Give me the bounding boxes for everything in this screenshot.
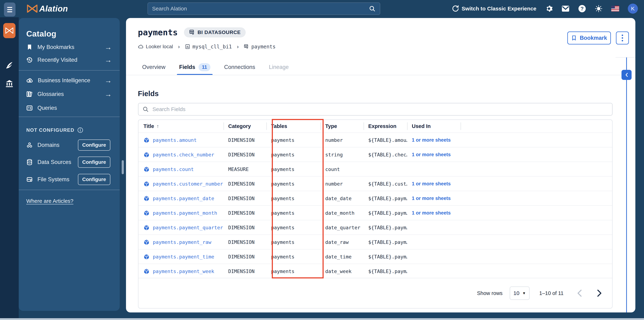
collapse-panel-button[interactable] (622, 70, 632, 80)
field-category-cell: DIMENSION (224, 148, 266, 162)
field-used-in-cell (407, 162, 460, 176)
field-type-cell: date_date (320, 191, 364, 206)
used-in-link[interactable]: 1 or more sheets (412, 196, 451, 201)
language-flag-icon[interactable] (611, 5, 619, 12)
sidebar-scrollbar-thumb[interactable] (122, 160, 124, 174)
field-title-cell: payments.payment_month (138, 206, 224, 220)
breadcrumb-item-looker-local[interactable]: Looker local (138, 44, 173, 50)
used-in-link[interactable]: 1 or more sheets (412, 137, 451, 143)
sidebar-heading: Catalog (26, 29, 56, 38)
domains-icon (26, 142, 33, 148)
breadcrumb-item-mysql-cll-bi1[interactable]: mysql_cll_bi1 (185, 44, 232, 50)
column-header-spacer (460, 120, 612, 132)
alation-logo[interactable]: Alation (27, 0, 68, 17)
arrow-right-icon: → (104, 90, 112, 98)
column-header-expression[interactable]: Expression (364, 120, 407, 132)
field-expression-cell: ${TABLE}.cust… (364, 176, 407, 191)
configure-domains-button[interactable]: Configure (78, 140, 110, 151)
search-icon[interactable] (369, 5, 376, 12)
rail-compose-button[interactable] (3, 60, 16, 72)
used-in-link[interactable]: 1 or more sheets (412, 210, 451, 216)
column-header-title[interactable]: Title ↑ (138, 120, 224, 132)
alation-wordmark: Alation (39, 4, 68, 14)
rail-governance-button[interactable] (3, 78, 16, 90)
sidebar-item-business-intelligence[interactable]: Business Intelligence → (19, 74, 120, 87)
field-category-cell: DIMENSION (224, 220, 266, 235)
field-title-link[interactable]: payments.count (153, 166, 194, 172)
info-icon[interactable] (77, 127, 83, 133)
mail-icon[interactable] (562, 5, 570, 12)
fields-search-input[interactable] (152, 106, 608, 112)
switch-to-classic-button[interactable]: Switch to Classic Experience (452, 5, 536, 12)
field-type-cell: date_time (320, 250, 364, 264)
fields-count-badge: 11 (198, 63, 210, 71)
field-expression-cell (364, 162, 407, 176)
field-title-cell: payments.check_number (138, 148, 224, 162)
column-header-category[interactable]: Category (224, 120, 266, 132)
rows-per-page-select[interactable]: 10 ▼ (510, 286, 530, 300)
tab-overview[interactable]: Overview (142, 59, 166, 75)
column-header-type[interactable]: Type (320, 120, 364, 132)
table-row: payments.amountDIMENSIONpaymentsnumber${… (138, 132, 612, 147)
more-actions-button[interactable] (616, 32, 629, 44)
field-title-link[interactable]: payments.amount (153, 137, 197, 143)
tab-lineage[interactable]: Lineage (268, 59, 290, 75)
column-header-tables[interactable]: Tables (266, 120, 320, 132)
field-tables-cell: payments (266, 133, 320, 148)
show-rows-label: Show rows (477, 290, 502, 296)
sidebar-item-glossaries[interactable]: Glossaries → (19, 88, 120, 100)
used-in-link[interactable]: 1 or more sheets (412, 181, 451, 187)
field-title-link[interactable]: payments.customer_number (153, 181, 223, 187)
field-tables-cell: payments (266, 191, 320, 206)
fields-search-bar[interactable] (138, 103, 612, 116)
sidebar-item-recently-visited[interactable]: Recently Visited → (19, 54, 120, 66)
sidebar-item-my-bookmarks[interactable]: My Bookmarks → (19, 41, 120, 54)
field-title-link[interactable]: payments.payment_month (153, 210, 217, 216)
previous-page-button[interactable] (573, 287, 586, 300)
chevron-right-icon: › (177, 44, 181, 50)
table-body: payments.amountDIMENSIONpaymentsnumber${… (138, 132, 612, 278)
where-are-articles-link[interactable]: Where are Articles? (26, 198, 74, 204)
column-header-used-in[interactable]: Used In (407, 120, 460, 132)
hamburger-menu-button[interactable] (4, 2, 16, 16)
field-expression-cell: ${TABLE}.amou… (364, 133, 407, 148)
bookmark-button[interactable]: Bookmark (567, 32, 611, 44)
bi-cloud-icon (26, 77, 33, 84)
field-type-cell: date_month (320, 206, 364, 220)
bank-icon (5, 79, 14, 88)
tab-connections[interactable]: Connections (223, 59, 256, 75)
field-type-cell: number (320, 133, 364, 148)
configure-data-sources-button[interactable]: Configure (78, 156, 110, 168)
field-title-link[interactable]: payments.payment_date (153, 196, 214, 201)
global-search-input[interactable] (152, 6, 369, 12)
field-expression-cell: ${TABLE}.paym… (364, 235, 407, 250)
object-type-badge: BI DATASOURCE (184, 27, 246, 38)
alation-bowtie-icon (6, 28, 13, 34)
field-used-in-cell (407, 264, 460, 278)
next-page-button[interactable] (593, 287, 606, 300)
database-icon (26, 159, 33, 166)
sidebar-item-queries[interactable]: Queries (19, 102, 120, 114)
table-row: payments.payment_weekDIMENSIONpaymentsda… (138, 264, 612, 278)
looker-field-cube-icon (144, 268, 150, 274)
field-title-link[interactable]: payments.payment_week (153, 268, 214, 274)
configure-file-systems-button[interactable]: Configure (78, 174, 110, 185)
field-category-cell: DIMENSION (224, 191, 266, 206)
field-title-link[interactable]: payments.check_number (153, 152, 214, 158)
looker-field-cube-icon (144, 181, 150, 187)
theme-sun-icon[interactable] (595, 5, 602, 12)
global-search-bar[interactable] (148, 2, 380, 15)
help-icon[interactable]: ? (578, 5, 586, 12)
used-in-link[interactable]: 1 or more sheets (412, 152, 451, 158)
field-title-link[interactable]: payments.payment_time (153, 254, 214, 260)
tab-fields[interactable]: Fields 11 (178, 59, 211, 75)
user-avatar[interactable]: K (628, 4, 638, 14)
table-row: payments.payment_quarterDIMENSIONpayment… (138, 220, 612, 234)
field-title-link[interactable]: payments.payment_raw (153, 239, 211, 245)
arrow-right-icon: → (104, 56, 112, 64)
topbar-actions: Switch to Classic Experience ? K (452, 0, 638, 17)
settings-gear-icon[interactable] (545, 5, 553, 12)
field-title-link[interactable]: payments.payment_quarter (153, 225, 223, 230)
rail-catalog-button[interactable] (3, 23, 16, 38)
breadcrumb-item-payments[interactable]: payments (244, 44, 276, 50)
